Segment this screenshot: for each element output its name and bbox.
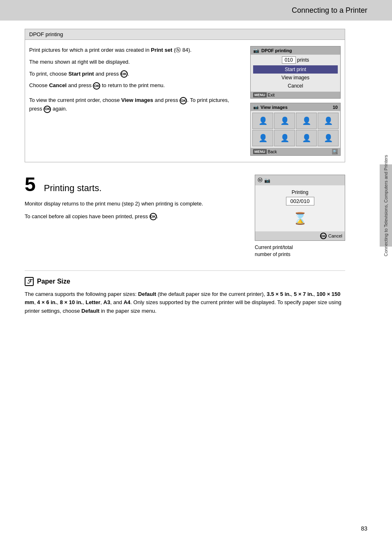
thumb-8: 👤: [318, 130, 339, 146]
print-caption-line2: number of prints: [255, 252, 291, 257]
ok-icon-step5: OK: [150, 213, 157, 220]
start-print-bold: Start print: [68, 71, 94, 77]
screen2-footer-back: Back: [268, 150, 277, 154]
step5-left: 5 Printing starts. Monitor display retur…: [25, 175, 247, 258]
thumb-7: 👤: [296, 130, 317, 146]
dpof-screen2: 📷 View images 10 👤 👤 👤 👤 👤 👤 👤 👤: [250, 103, 341, 156]
default-bold2: Default: [81, 308, 99, 314]
side-tab: Connecting to Televisions, Computers and…: [380, 164, 392, 247]
dpof-text: Print pictures for which a print order w…: [29, 46, 242, 156]
dpof-box-header: DPOF printing: [25, 29, 345, 40]
screen2-header-left: 📷 View images: [253, 104, 288, 110]
step5-section: 5 Printing starts. Monitor display retur…: [25, 175, 345, 258]
size-8x10: 8 × 10 in.: [60, 299, 83, 305]
printset-icon: Ⓝ: [175, 47, 181, 53]
note-title-row: ℱ Paper Size: [25, 277, 345, 286]
note-icon: ℱ: [25, 277, 34, 286]
dpof-para2: The menu shown at right will be displaye…: [29, 58, 242, 67]
screen2-count: 10: [333, 105, 338, 110]
dpof-para5: To view the current print order, choose …: [29, 96, 242, 113]
screen1-menu-view: View images: [253, 74, 338, 82]
thumb-1: 👤: [252, 113, 273, 129]
step5-number: 5: [25, 175, 36, 194]
thumb-2: 👤: [274, 113, 295, 129]
step5-para1: Monitor display returns to the print men…: [25, 200, 247, 208]
screen1-footer-text: Exit: [268, 93, 275, 97]
step5-title-row: 5 Printing starts.: [25, 175, 247, 198]
size-a3: A3: [104, 299, 111, 305]
menu-label2: MENU: [253, 149, 267, 154]
print-screen: Ⓜ 📷 Printing 002/010 ⌛ OK Cancel: [255, 175, 345, 241]
circle-icon: Ⓜ: [258, 177, 263, 184]
page-number: 83: [361, 525, 367, 532]
screen2-title: View images: [261, 105, 288, 110]
camera-screens: 📷 DPOF printing 010 prints Start print V…: [250, 46, 341, 156]
screen2-grid: 👤 👤 👤 👤 👤 👤 👤 👤: [251, 111, 340, 148]
default-bold1: Default: [138, 291, 156, 297]
dpof-para4: Choose Cancel and press OK to return to …: [29, 81, 242, 90]
hourglass-icon: ⌛: [259, 212, 341, 225]
print-label: Printing: [259, 189, 341, 195]
screen1-header: 📷 DPOF printing: [251, 46, 340, 55]
print-caption-line1: Current print/total: [255, 245, 293, 250]
step5-para2: To cancel before all copies have been pr…: [25, 212, 247, 221]
note-para: The camera supports the following paper …: [25, 290, 345, 316]
cam-icon3: 📷: [264, 178, 270, 183]
print-count: 002/010: [286, 197, 314, 205]
screen2-footer: MENU Back 🔍: [251, 148, 340, 155]
size-35x5: 3.5 × 5 in.: [267, 291, 291, 297]
page-header: Connecting to a Printer: [0, 0, 392, 21]
size-letter: Letter: [85, 299, 100, 305]
view-images-bold: View images: [121, 97, 153, 103]
step5-body: Monitor display returns to the print men…: [25, 200, 247, 221]
screen2-footer-left: MENU Back: [253, 149, 277, 154]
cam-icon2: 📷: [253, 104, 259, 110]
thumb-4: 👤: [318, 113, 339, 129]
main-content: DPOF printing Print pictures for which a…: [0, 21, 370, 324]
print-screen-header: Ⓜ 📷: [255, 175, 345, 185]
dpof-para1: Print pictures for which a print order w…: [29, 46, 242, 55]
print-caption: Current print/total number of prints: [255, 244, 345, 258]
dpof-screen1: 📷 DPOF printing 010 prints Start print V…: [250, 46, 341, 99]
screen1-count-label: prints: [297, 57, 309, 63]
cancel-bold: Cancel: [49, 82, 67, 88]
menu-label: MENU: [253, 92, 267, 97]
screen1-count: 010: [282, 56, 296, 64]
ok-icon-inline4: OK: [44, 106, 51, 113]
size-a4: A4: [124, 299, 131, 305]
ok-footer-icon: OK: [320, 233, 327, 239]
screen1-menu-start: Start print: [253, 65, 338, 74]
cancel-label: Cancel: [328, 233, 342, 238]
screen1-footer: MENU Exit: [251, 92, 340, 98]
dpof-box-content: Print pictures for which a print order w…: [25, 40, 345, 162]
note-body: The camera supports the following paper …: [25, 290, 345, 316]
step5-title: Printing starts.: [44, 179, 102, 194]
print-set-bold: Print set: [151, 47, 172, 53]
thumb-6: 👤: [274, 130, 295, 146]
note-section: ℱ Paper Size The camera supports the fol…: [25, 270, 345, 316]
ok-icon-inline2: OK: [93, 82, 100, 90]
ok-icon-inline3: OK: [180, 97, 187, 104]
side-tab-text: Connecting to Televisions, Computers and…: [383, 155, 388, 256]
size-5x7: 5 × 7 in.: [294, 291, 314, 297]
print-screen-footer: OK Cancel: [255, 231, 345, 240]
screen1-count-line: 010 prints: [253, 56, 338, 64]
ok-icon-inline: OK: [120, 70, 128, 78]
screen1-menu-cancel: Cancel: [253, 82, 338, 90]
thumb-5: 👤: [252, 130, 273, 146]
print-screen-body: Printing 002/010 ⌛: [255, 185, 345, 231]
screen1-title: DPOF printing: [261, 48, 292, 53]
screen2-header: 📷 View images 10: [251, 103, 340, 111]
screen1-body: 010 prints Start print View images Cance…: [251, 55, 340, 92]
dpof-section: DPOF printing Print pictures for which a…: [25, 29, 345, 162]
print-screen-container: Ⓜ 📷 Printing 002/010 ⌛ OK Cancel Current…: [255, 175, 345, 258]
thumb-3: 👤: [296, 113, 317, 129]
dpof-para3: To print, choose Start print and press O…: [29, 70, 242, 78]
magnify-icon: 🔍: [332, 149, 338, 155]
size-4x6: 4 × 6 in.: [37, 299, 57, 305]
note-title-text: Paper Size: [37, 278, 70, 285]
page-title: Connecting to a Printer: [292, 6, 367, 15]
camera-icon: 📷: [253, 48, 259, 53]
